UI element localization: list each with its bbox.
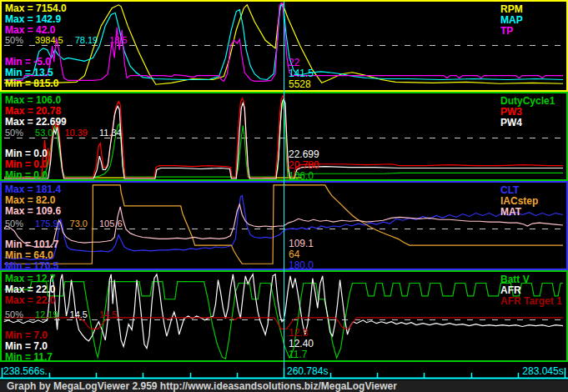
fifty-value-afrtarget: 14.5 [99,309,117,319]
max-label-pw4: Max = 22.699 [5,117,67,128]
legend-tp[interactable]: TP [500,26,523,37]
fifty-value-battv: 12.19 [35,309,58,319]
fifty-value-pw4: 11.34 [99,128,122,138]
fifty-pct-label: 50% [5,309,23,319]
fifty-value-afr: 14.5 [70,309,88,319]
fifty-value-mat: 105.6 [99,219,123,229]
time-axis[interactable]: 238.566s. 260.784s 283.045s. [0,362,568,380]
time-label-start: 238.566s. [3,365,48,377]
min-label-rpm: Min = 815.0 [5,78,58,89]
fifty-value-tp: 18.5 [109,35,127,45]
fifty-value-dutycycle1: 53.0 [35,128,53,138]
legend-pw4[interactable]: PW4 [500,118,555,128]
footer-credit: Graph by MegaLogViewer 2.959 http://www.… [0,380,568,392]
time-cursor[interactable] [284,2,284,379]
fifty-pct-label: 50% [5,35,23,45]
fifty-value-map: 78.19 [75,35,98,45]
cursor-value-rpm: 5528 [289,79,314,90]
legend-afrtarget[interactable]: AFR Target 1 [500,296,562,307]
fifty-value-clt: 175.9 [35,219,58,229]
min-label-dutycycle1: Min = 0.0 [5,170,48,181]
fifty-value-iacstep: 73.0 [70,219,88,229]
legend-mat[interactable]: MAT [500,207,538,218]
time-label-end: 283.045s. [522,365,566,377]
time-axis-ticks [0,362,568,380]
fifty-value-pw3: 10.39 [64,128,88,138]
max-label-afrtarget: Max = 22.0 [5,295,55,306]
time-label-cursor: 260.784s [287,365,328,377]
cursor-value-battv: 11.7 [289,349,314,360]
fifty-pct-label: 50% [5,219,23,229]
fifty-pct-label: 50% [5,128,23,138]
fifty-value-rpm: 3984.5 [35,35,63,45]
max-label-mat: Max = 109.6 [5,206,61,217]
megalogviewer-graph: Max = 7154.0 Max = 142.9 Max = 42.0 50%3… [0,0,568,392]
